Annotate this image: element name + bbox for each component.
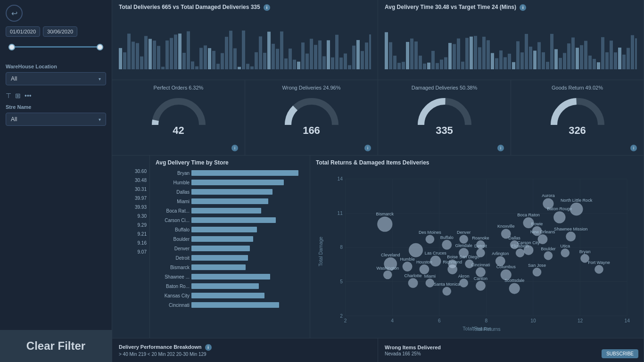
svg-rect-130 (427, 63, 430, 69)
date-start[interactable]: 01/01/2020 (6, 26, 40, 37)
svg-rect-177 (627, 48, 630, 69)
data-value-3: 30.31 (115, 187, 147, 192)
damaged-deliveries-title: Damaged Deliveries 50.38% (412, 85, 477, 90)
svg-rect-28 (238, 67, 241, 69)
back-icon: ↩ (11, 9, 17, 18)
bar-fill (191, 227, 257, 232)
svg-point-333 (594, 265, 603, 273)
bar-track (191, 302, 304, 308)
gauge-svg-perfect (150, 94, 207, 127)
svg-text:Las Cruces: Las Cruces (425, 251, 446, 255)
main-content: Total Deliveries 665 vs Total Damaged De… (112, 0, 644, 362)
bar-label: Carson Ci... (156, 218, 190, 223)
svg-rect-12 (170, 38, 173, 69)
info-icon-deliveries[interactable]: i (264, 4, 270, 11)
bar-fill (191, 189, 272, 195)
svg-rect-126 (410, 39, 413, 69)
gauge-svg-damaged (416, 94, 473, 127)
slider-thumb-right[interactable] (97, 44, 103, 50)
svg-rect-29 (242, 31, 245, 69)
svg-rect-132 (436, 63, 439, 69)
svg-text:2: 2 (344, 318, 347, 323)
date-slider[interactable] (6, 41, 106, 56)
svg-text:8: 8 (485, 318, 488, 323)
bar-track (191, 170, 304, 176)
delivery-time-sparkline (385, 13, 637, 69)
scatter-chart-panel: Total Returns & Damaged Items Deliveries… (310, 156, 644, 338)
svg-rect-41 (293, 60, 296, 69)
svg-rect-167 (584, 41, 587, 69)
subscribe-button[interactable]: SUBSCRIBE (602, 349, 638, 358)
bar-row: Denver (156, 244, 304, 253)
sidebar-top: ↩ 01/01/2020 30/06/2020 (0, 0, 112, 60)
svg-rect-53 (344, 54, 347, 69)
svg-rect-15 (182, 53, 186, 69)
store-dropdown[interactable]: All ▾ (6, 113, 106, 126)
back-button[interactable]: ↩ (6, 5, 23, 22)
date-range: 01/01/2020 30/06/2020 (6, 26, 106, 37)
bar-label: Humble (156, 180, 190, 185)
svg-rect-36 (272, 44, 275, 69)
bar-label: Shawnee ... (156, 274, 190, 280)
more-icon[interactable]: ••• (25, 92, 32, 99)
svg-rect-57 (361, 51, 364, 69)
warehouse-dropdown[interactable]: All ▾ (6, 72, 106, 85)
bar-track (191, 264, 304, 270)
bar-row: Shawnee ... (156, 272, 304, 281)
date-end[interactable]: 30/06/2020 (43, 26, 77, 37)
svg-rect-131 (431, 51, 435, 69)
bar-row: Bismarck (156, 263, 304, 272)
clear-filter-button[interactable]: Clear Filter (0, 330, 112, 362)
svg-rect-139 (465, 38, 469, 69)
svg-rect-38 (280, 32, 283, 69)
top-charts-row: Total Deliveries 665 vs Total Damaged De… (112, 0, 644, 80)
svg-rect-171 (601, 37, 604, 69)
svg-rect-174 (614, 52, 617, 69)
svg-rect-45 (310, 39, 313, 69)
svg-text:Detroit: Detroit (474, 244, 487, 248)
filter-area (0, 128, 112, 330)
svg-text:2: 2 (340, 313, 343, 319)
svg-rect-123 (397, 63, 401, 69)
delivery-time-sparkline-svg (385, 13, 637, 69)
svg-point-347 (443, 287, 451, 296)
warehouse-section: WareHouse Location All ▾ (0, 60, 112, 89)
info-icon-delivery-time[interactable]: i (520, 4, 526, 11)
bar-row: Dallas (156, 188, 304, 196)
svg-rect-169 (593, 59, 596, 69)
svg-rect-151 (516, 41, 520, 69)
bar-chart-panel: Avg Delivery Time by Store BryanHumbleDa… (150, 156, 310, 338)
deliveries-title: Total Deliveries 665 vs Total Damaged De… (119, 4, 371, 11)
filter-icon[interactable]: ⊤ (6, 92, 11, 99)
bar-track (191, 180, 304, 185)
info-icon-perfect[interactable]: i (231, 145, 238, 151)
slider-thumb-left[interactable] (8, 44, 15, 50)
bar-track (191, 227, 304, 232)
svg-rect-128 (419, 56, 422, 69)
svg-rect-120 (385, 32, 388, 69)
gauge-svg-goods (549, 94, 606, 127)
svg-rect-37 (276, 49, 279, 69)
wrong-deliveries-title: Wrong Deliveries 24.96% (282, 85, 341, 90)
svg-rect-31 (250, 66, 254, 69)
bar-label: Detroit (156, 255, 190, 261)
svg-point-345 (509, 283, 520, 294)
sidebar: ↩ 01/01/2020 30/06/2020 WareHouse Locati… (0, 0, 112, 362)
expand-icon[interactable]: ⊞ (15, 92, 21, 99)
bar-track (191, 274, 304, 280)
info-icon-goods[interactable]: i (630, 145, 637, 151)
goods-return-title: Goods Return 49.02% (552, 85, 603, 90)
delivery-perf-title: Delivery Performance Breakdown i (119, 344, 371, 351)
info-icon-bottom[interactable]: i (205, 344, 212, 351)
svg-text:Humble: Humble (400, 257, 414, 262)
svg-rect-49 (327, 40, 330, 69)
svg-rect-150 (512, 62, 515, 69)
svg-text:Elizabeth: Elizabeth (511, 244, 528, 248)
svg-rect-144 (487, 40, 490, 69)
svg-rect-165 (576, 48, 579, 69)
info-icon-wrong[interactable]: i (364, 145, 371, 151)
svg-text:Bismarck: Bismarck (376, 212, 394, 216)
svg-text:Akron: Akron (458, 274, 470, 279)
info-icon-damaged[interactable]: i (497, 145, 504, 151)
svg-rect-148 (504, 57, 507, 69)
